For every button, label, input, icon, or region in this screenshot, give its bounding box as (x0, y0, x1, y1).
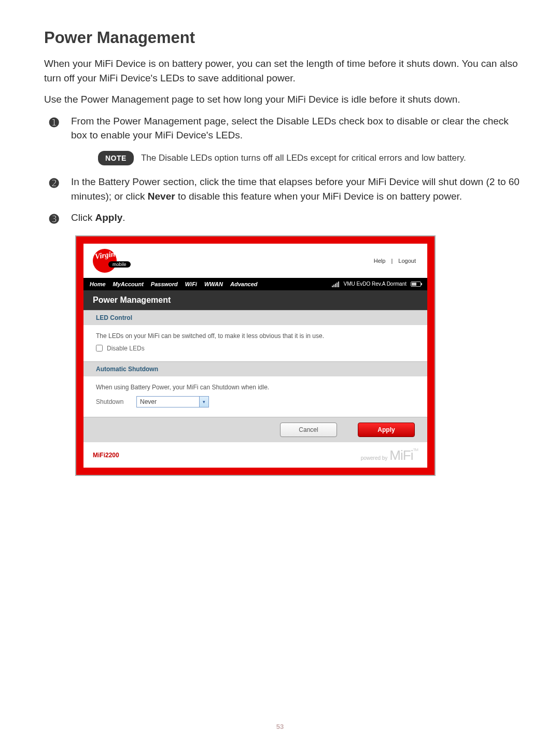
footer-powered-by: powered by MiFiTM (361, 447, 418, 463)
step-2-text-b: to disable this feature when your MiFi D… (175, 191, 462, 202)
step-3-bold-apply: Apply (95, 212, 122, 223)
nav-status-text: VMU EvDO Rev.A Dormant (343, 281, 407, 287)
step-2-bold-never: Never (148, 191, 175, 202)
led-control-heading: LED Control (83, 310, 427, 325)
step-1: ➊ From the Power Management page, select… (44, 114, 520, 165)
page-number: 53 (0, 723, 560, 730)
embedded-screenshot: Virgin mobile Help | Logout Home MyAccou… (75, 235, 436, 476)
nav-advanced[interactable]: Advanced (230, 281, 258, 287)
disable-leds-checkbox[interactable] (96, 345, 103, 352)
page-title: Power Management (44, 29, 520, 47)
step-3: ➌ Click Apply. (44, 210, 520, 225)
shutdown-label: Shutdown (96, 398, 127, 405)
logout-link[interactable]: Logout (398, 258, 416, 264)
shutdown-select-value: Never (137, 398, 199, 405)
intro-paragraph-2: Use the Power Management page to set how… (44, 92, 520, 107)
nav-wwan[interactable]: WWAN (204, 281, 223, 287)
step-3-text-b: . (122, 212, 125, 223)
automatic-shutdown-heading: Automatic Shutdown (83, 361, 427, 376)
help-link[interactable]: Help (374, 258, 386, 264)
step-1-text: From the Power Management page, select t… (71, 116, 509, 141)
panel-title: Power Management (83, 290, 427, 310)
battery-icon (411, 282, 421, 287)
step-2-number-icon: ➋ (49, 175, 59, 192)
led-control-desc: The LEDs on your MiFi can be switched of… (96, 332, 415, 340)
step-3-text-a: Click (71, 212, 95, 223)
automatic-shutdown-desc: When using Battery Power, your MiFi can … (96, 384, 415, 391)
nav-password[interactable]: Password (151, 281, 178, 287)
apply-button[interactable]: Apply (358, 423, 415, 437)
step-3-number-icon: ➌ (49, 211, 59, 228)
nav-myaccount[interactable]: MyAccount (113, 281, 144, 287)
note-row: NOTE The Disable LEDs option turns off a… (98, 151, 520, 165)
disable-leds-label: Disable LEDs (107, 345, 145, 352)
chevron-down-icon: ▾ (199, 397, 208, 407)
cancel-button[interactable]: Cancel (280, 423, 337, 437)
step-2: ➋ In the Battery Power section, click th… (44, 175, 520, 203)
note-text: The Disable LEDs option turns off all LE… (141, 152, 466, 165)
note-pill: NOTE (98, 151, 134, 165)
header-links: Help | Logout (372, 258, 418, 264)
footer-model: MiFi2200 (93, 452, 119, 459)
step-1-number-icon: ➊ (49, 115, 59, 131)
nav-home[interactable]: Home (90, 281, 106, 287)
header-separator: | (391, 258, 393, 264)
signal-icon (332, 281, 339, 287)
nav-wifi[interactable]: WiFi (185, 281, 197, 287)
intro-paragraph-1: When your MiFi Device is on battery powe… (44, 57, 520, 85)
virgin-mobile-logo: Virgin mobile (93, 249, 133, 273)
shutdown-select[interactable]: Never ▾ (136, 396, 209, 407)
main-nav: Home MyAccount Password WiFi WWAN Advanc… (83, 278, 427, 290)
